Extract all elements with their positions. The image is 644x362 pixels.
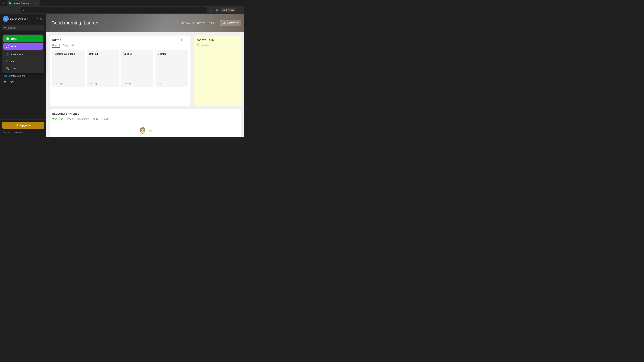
tab-recent[interactable]: Recent (52, 44, 60, 48)
avatar: 🐘 (3, 16, 9, 22)
sketch-label: Sketch (11, 67, 18, 70)
new-tab-button[interactable]: + (41, 1, 46, 5)
tab-bar: ‹ 🐘 Home - Evernote × + (0, 0, 244, 6)
notes-title-text: NOTES (52, 39, 61, 41)
task-label: Task (11, 45, 16, 48)
sidebar-item-shared[interactable]: 👥 Shared with Me (1, 73, 45, 79)
rc-empty-icon: 🧑‍💼 (138, 127, 147, 135)
notes-card-header: NOTES › ⊕ ⋯ (52, 38, 188, 42)
sidebar-item-trash[interactable]: 🗑 Trash (1, 79, 45, 85)
back-button[interactable]: ← (2, 8, 7, 12)
notes-more-button[interactable]: ⋯ (185, 38, 188, 42)
bookmark-button[interactable]: ☆ (209, 8, 213, 12)
user-chevron-icon: ▾ (36, 17, 38, 20)
recently-captured-card: RECENTLY CAPTURED ⋯ Web Clips Images Doc… (50, 109, 241, 137)
cursor-indicator: | (40, 37, 40, 40)
note-title-3: Untitled (158, 53, 186, 55)
scratch-pad-more-button[interactable]: ⋯ (235, 38, 238, 42)
incognito-badge[interactable]: 🕵️ Incognito (221, 8, 236, 12)
incognito-label: Incognito (226, 9, 234, 11)
note-item-0[interactable]: Meeting with Jane 1 min ago (52, 50, 85, 87)
note-title-1: Untitled (89, 53, 117, 55)
tab-back-button[interactable]: ‹ (1, 1, 6, 5)
notes-tabs: Recent Suggested (52, 44, 188, 48)
rc-content: 🧑‍💼 ⭐ (52, 124, 238, 137)
url-input[interactable]: evernote.com/client/web?login=true#/ (26, 9, 205, 11)
sidebar-nav: 🏷 Tags 👥 Shared with Me 🗑 Trash (0, 65, 46, 119)
task-icon: ✓ (6, 44, 9, 48)
note-item-3[interactable]: Untitled 9 hr ago (156, 50, 188, 87)
rc-empty-state: 🧑‍💼 ⭐ (138, 127, 152, 135)
rc-tab-web-clips[interactable]: Web Clips (52, 118, 63, 121)
rc-tab-emails[interactable]: Emails (102, 118, 109, 121)
scratch-pad-placeholder[interactable]: Start writing... (196, 44, 238, 46)
tab-suggested[interactable]: Suggested (62, 44, 74, 48)
create-audio-button[interactable]: 🎙 Audio (3, 58, 43, 65)
settings-button[interactable]: ⚙ (39, 16, 44, 21)
date-display: THURSDAY, FEBRUARY 1, 2024 (177, 22, 214, 24)
note-item-1[interactable]: Untitled 1 min ago (87, 50, 119, 87)
note-label: Note (11, 37, 16, 40)
create-sketch-button[interactable]: ✏️ Sketch (3, 65, 43, 72)
sidebar-header: 🐘 Lauren Dale Deli ▾ ⚙ (0, 14, 46, 24)
extensions-button[interactable]: ⧉ (215, 8, 219, 12)
scratch-pad-header: SCRATCH PAD ⋯ (196, 38, 238, 42)
help-link[interactable]: ? Need a little help? (2, 130, 44, 135)
note-item-2[interactable]: Untitled 9 hr ago (121, 50, 154, 87)
search-label: Search (8, 26, 16, 29)
scratch-pad-card: SCRATCH PAD ⋯ Start writing... (194, 35, 241, 106)
rc-tab-audio[interactable]: Audio (92, 118, 98, 121)
greeting-text: Good morning, Lauren! (51, 20, 100, 26)
create-attachment-button[interactable]: 📎 Attachment (3, 51, 43, 58)
tab-close-button[interactable]: × (35, 2, 38, 5)
rc-title: RECENTLY CAPTURED (52, 113, 79, 115)
sidebar-bottom: ⭐ Upgrade ? Need a little help? (0, 119, 46, 137)
notes-grid: Meeting with Jane 1 min ago Untitled 1 m… (52, 50, 188, 87)
forward-button[interactable]: → (8, 8, 13, 12)
content-area: NOTES › ⊕ ⋯ Recent Suggested Meeting wit… (46, 32, 244, 109)
active-tab[interactable]: 🐘 Home - Evernote × (7, 0, 40, 6)
more-options-button[interactable]: ⋮ (238, 8, 242, 12)
add-note-button[interactable]: ⊕ (181, 38, 184, 42)
notes-card-actions: ⊕ ⋯ (181, 38, 188, 42)
notes-chevron-icon: › (62, 38, 64, 42)
sidebar-shared-label: Shared with Me (9, 75, 25, 77)
tab-favicon: 🐘 (9, 2, 12, 4)
refresh-button[interactable]: ↻ (14, 8, 19, 12)
app-container: 🐘 Lauren Dale Deli ▾ ⚙ 🔍 Search 📋 Note |… (0, 14, 244, 137)
audio-label: Audio (10, 60, 16, 63)
help-icon: ? (3, 131, 6, 134)
search-bar[interactable]: 🔍 Search (2, 25, 44, 30)
rc-tab-documents[interactable]: Documents (77, 118, 89, 121)
incognito-icon: 🕵️ (222, 9, 225, 11)
rc-header: RECENTLY CAPTURED ⋯ (52, 112, 238, 116)
notes-card: NOTES › ⊕ ⋯ Recent Suggested Meeting wit… (50, 35, 190, 106)
customize-button[interactable]: 🏠 Customize (220, 20, 241, 26)
main-content: Good morning, Lauren! THURSDAY, FEBRUARY… (46, 14, 244, 137)
create-menu-dropdown: 📋 Note | ✓ Task 📎 Attachment 🎙 Audio ✏️ (2, 34, 44, 73)
browser-toolbar: ← → ↻ 🔒 evernote.com/client/web?login=tr… (0, 6, 244, 14)
sidebar-trash-label: Trash (8, 81, 14, 83)
upgrade-button[interactable]: ⭐ Upgrade (2, 122, 44, 129)
sketch-icon: ✏️ (6, 66, 10, 70)
search-icon: 🔍 (4, 26, 7, 29)
create-note-button[interactable]: 📋 Note | (3, 35, 43, 42)
scratch-pad-title: SCRATCH PAD (196, 39, 214, 41)
upgrade-star-icon: ⭐ (16, 124, 19, 127)
browser-chrome: ‹ 🐘 Home - Evernote × + ← → ↻ 🔒 evernote… (0, 0, 244, 14)
rc-more-button[interactable]: ⋯ (235, 112, 238, 116)
shared-icon: 👥 (4, 74, 8, 77)
note-title-0: Meeting with Jane (55, 53, 82, 55)
rc-tabs: Web Clips Images Documents Audio Emails (52, 118, 238, 121)
create-task-button[interactable]: ✓ Task (3, 43, 43, 50)
user-name[interactable]: Lauren Dale Deli (10, 17, 35, 20)
address-bar[interactable]: 🔒 evernote.com/client/web?login=true#/ (20, 7, 207, 13)
rc-star-icon: ⭐ (148, 129, 152, 133)
tab-title: Home - Evernote (13, 2, 34, 4)
rc-tab-images[interactable]: Images (66, 118, 74, 121)
notes-card-title[interactable]: NOTES › (52, 38, 64, 42)
note-time-2: 9 hr ago (124, 82, 151, 85)
note-time-1: 1 min ago (89, 82, 117, 85)
note-title-2: Untitled (124, 53, 151, 55)
help-text: Need a little help? (7, 131, 24, 134)
